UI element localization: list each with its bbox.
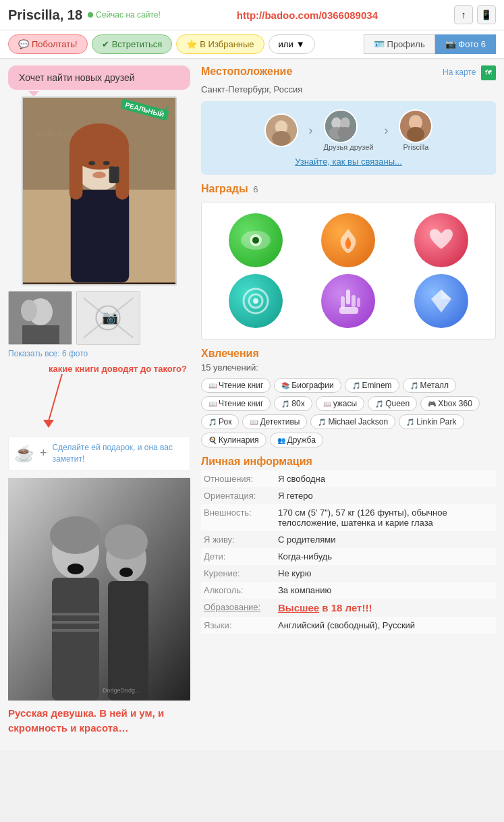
- personal-value: Не курю: [275, 565, 496, 582]
- interest-tag[interactable]: 📖ужасы: [316, 396, 364, 411]
- awards-title: Награды: [201, 183, 248, 194]
- interest-tag[interactable]: 🎵80x: [274, 396, 312, 411]
- thumbnail-add[interactable]: 📷: [76, 291, 140, 345]
- header-icons: ↑ 📱: [454, 5, 496, 24]
- tab-profile[interactable]: 🪪 Профиль: [364, 34, 435, 54]
- tag-icon: 🎵: [375, 400, 383, 408]
- personal-label: Алкоголь:: [201, 582, 275, 599]
- interest-tag[interactable]: 🍳Кулинария: [201, 433, 267, 447]
- tag-icon: 👥: [277, 437, 285, 444]
- education-extra: в 18 лет!!!: [322, 602, 372, 613]
- chevron-right-icon-1: ›: [309, 124, 313, 138]
- personal-value: Высшее в 18 лет!!!: [275, 599, 496, 617]
- annotation-text: какие книги доводят до такого?: [49, 364, 187, 374]
- interest-tag[interactable]: 📖Детективы: [242, 414, 307, 429]
- photo-image: грaffiti wall texture: [23, 98, 175, 284]
- svg-rect-11: [109, 167, 119, 184]
- map-icon[interactable]: 🗺: [481, 65, 496, 80]
- left-column: Хочет найти новых друзей грaffiti wall t…: [8, 65, 190, 743]
- big-photo-caption: Русская девушка. В ней и ум, и скромност…: [8, 706, 190, 736]
- connections-link[interactable]: Узнайте, как вы связаны...: [295, 157, 402, 167]
- big-photo: DodgeDodg...: [8, 478, 190, 701]
- svg-rect-34: [52, 621, 99, 624]
- show-all-photos-link[interactable]: Показать все: 6 фото: [8, 349, 190, 358]
- tag-icon: 📚: [281, 382, 289, 389]
- profile-tab-label: Профиль: [387, 39, 425, 49]
- personal-label: Внешность:: [201, 504, 275, 531]
- upload-icon-btn[interactable]: ↑: [454, 5, 473, 24]
- svg-point-31: [67, 564, 84, 574]
- mobile-icon-btn[interactable]: 📱: [477, 5, 496, 24]
- tag-icon: 🎵: [281, 400, 289, 408]
- tag-label: 80x: [291, 399, 304, 408]
- personal-value: Английский (свободный), Русский: [275, 617, 496, 634]
- interest-tag[interactable]: 🎵Eminem: [345, 378, 399, 393]
- award-badge-diamond: [414, 274, 468, 328]
- gift-text[interactable]: Сделайте ей подарок, и она вас заметит!: [53, 442, 184, 465]
- svg-point-30: [105, 524, 148, 559]
- awards-section: Награды 6: [201, 183, 496, 339]
- interest-tag[interactable]: 🎵Рок: [201, 414, 239, 429]
- thumbnail-1[interactable]: [8, 291, 72, 345]
- header-bar: Priscilla, 18 Сейчас на сайте! http://ba…: [0, 0, 504, 30]
- svg-point-47: [408, 127, 425, 142]
- fav-button[interactable]: ⭐ В Избранные: [176, 34, 264, 54]
- map-link[interactable]: На карте: [443, 67, 476, 77]
- profile-tab-icon: 🪪: [374, 39, 385, 49]
- svg-point-32: [119, 568, 133, 577]
- education-value: Высшее: [278, 602, 319, 613]
- svg-rect-33: [52, 613, 99, 615]
- award-badge-hand: [321, 274, 375, 328]
- connections-row: › Друзья друзей: [264, 109, 433, 151]
- tag-label: Кулинария: [219, 435, 259, 445]
- interest-tag[interactable]: 📖Чтение книг: [201, 378, 271, 393]
- tag-icon: 📖: [250, 418, 258, 426]
- tag-label: Рок: [219, 417, 231, 427]
- svg-marker-22: [43, 420, 54, 428]
- chat-icon: 💬: [18, 39, 29, 49]
- tag-icon: 🎮: [428, 400, 436, 408]
- meet-button[interactable]: ✔ Встретиться: [92, 34, 173, 54]
- personal-label: Дети:: [201, 548, 275, 565]
- tag-icon: 🎵: [208, 418, 217, 426]
- avatar-you: [264, 113, 298, 147]
- svg-rect-6: [69, 146, 83, 200]
- svg-rect-4: [71, 190, 129, 283]
- interest-tag[interactable]: 📖Чтение книг: [201, 396, 271, 411]
- svg-point-44: [337, 127, 352, 139]
- meet-label: Встретиться: [112, 39, 163, 49]
- tag-label: ужасы: [333, 399, 357, 408]
- header-left: Priscilla, 18 Сейчас на сайте!: [8, 7, 161, 23]
- tag-icon: 📖: [323, 400, 331, 408]
- meet-icon: ✔: [102, 39, 109, 49]
- chat-button[interactable]: 💬 Поболтать!: [8, 34, 88, 54]
- interest-tag[interactable]: 📚Биографии: [274, 378, 341, 393]
- interest-tag[interactable]: 👥Дружба: [270, 433, 323, 447]
- profile-url[interactable]: http://badoo.com/0366089034: [237, 9, 378, 21]
- svg-point-10: [92, 171, 106, 178]
- gift-plus-icon: +: [40, 446, 47, 460]
- tag-label: Детективы: [260, 417, 300, 427]
- or-button[interactable]: или ▼: [269, 34, 315, 54]
- chevron-down-icon: ▼: [296, 39, 305, 49]
- tab-photo[interactable]: 📷 Фото 6: [435, 34, 496, 54]
- online-dot: [88, 12, 93, 18]
- interests-title: Хвлечения: [201, 348, 496, 360]
- interest-tag[interactable]: 🎵Michael Jackson: [310, 414, 395, 429]
- interest-tag[interactable]: 🎵Queen: [368, 396, 417, 411]
- avatar-priscilla: [399, 109, 432, 143]
- profile-photo-tabs: 🪪 Профиль 📷 Фото 6: [364, 34, 496, 54]
- svg-text:📷: 📷: [102, 309, 119, 325]
- annotation-box: какие книги доводят до такого?: [8, 364, 190, 428]
- awards-count: 6: [253, 184, 258, 194]
- award-badge-target: [229, 274, 283, 328]
- personal-title: Личная информация: [201, 456, 496, 468]
- personal-value: С родителями: [275, 531, 496, 548]
- svg-point-8: [88, 161, 95, 165]
- chevron-right-icon-2: ›: [384, 124, 388, 138]
- location-title: Местоположение: [201, 65, 292, 78]
- personal-section: Личная информация Отношения:Я свободнаОр…: [201, 456, 496, 634]
- interest-tag[interactable]: 🎵Металл: [403, 378, 456, 393]
- interest-tag[interactable]: 🎮Xbox 360: [420, 396, 480, 411]
- interest-tag[interactable]: 🎵Linkin Park: [399, 414, 464, 429]
